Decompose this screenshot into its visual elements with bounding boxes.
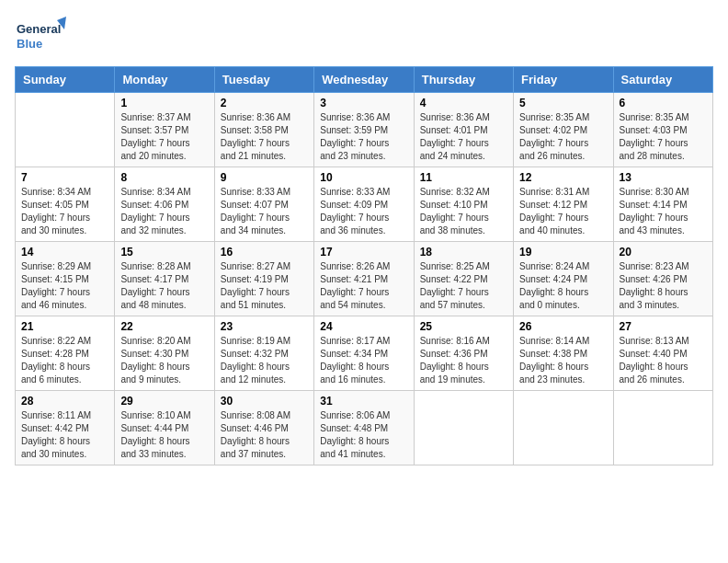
day-info: Sunrise: 8:24 AM Sunset: 4:24 PM Dayligh… xyxy=(519,260,607,312)
day-number: 20 xyxy=(620,246,707,259)
calendar-cell: 12Sunrise: 8:31 AM Sunset: 4:12 PM Dayli… xyxy=(514,167,613,242)
day-info: Sunrise: 8:35 AM Sunset: 4:03 PM Dayligh… xyxy=(620,111,707,163)
day-number: 6 xyxy=(620,97,707,109)
calendar-cell: 9Sunrise: 8:33 AM Sunset: 4:07 PM Daylig… xyxy=(214,167,313,242)
svg-text:General: General xyxy=(17,22,61,36)
day-info: Sunrise: 8:08 AM Sunset: 4:46 PM Dayligh… xyxy=(221,409,308,461)
calendar-cell: 19Sunrise: 8:24 AM Sunset: 4:24 PM Dayli… xyxy=(514,242,613,316)
day-number: 8 xyxy=(120,171,208,184)
day-info: Sunrise: 8:28 AM Sunset: 4:17 PM Dayligh… xyxy=(120,260,208,312)
calendar-cell: 25Sunrise: 8:16 AM Sunset: 4:36 PM Dayli… xyxy=(414,316,513,391)
day-number: 9 xyxy=(221,171,308,184)
day-number: 7 xyxy=(21,171,108,184)
calendar-body: 1Sunrise: 8:37 AM Sunset: 3:57 PM Daylig… xyxy=(16,93,713,465)
calendar-cell: 21Sunrise: 8:22 AM Sunset: 4:28 PM Dayli… xyxy=(16,316,115,391)
day-info: Sunrise: 8:19 AM Sunset: 4:32 PM Dayligh… xyxy=(221,335,308,386)
calendar-cell: 26Sunrise: 8:14 AM Sunset: 4:38 PM Dayli… xyxy=(514,316,613,391)
calendar-cell: 3Sunrise: 8:36 AM Sunset: 3:59 PM Daylig… xyxy=(314,93,414,167)
calendar-cell: 30Sunrise: 8:08 AM Sunset: 4:46 PM Dayli… xyxy=(214,391,313,465)
day-number: 17 xyxy=(320,246,407,259)
day-number: 5 xyxy=(519,97,607,109)
calendar-header-row: SundayMondayTuesdayWednesdayThursdayFrid… xyxy=(16,67,713,93)
day-number: 4 xyxy=(420,97,507,109)
day-number: 12 xyxy=(519,171,607,184)
day-number: 27 xyxy=(620,320,707,333)
calendar-cell: 5Sunrise: 8:35 AM Sunset: 4:02 PM Daylig… xyxy=(514,93,613,167)
day-info: Sunrise: 8:16 AM Sunset: 4:36 PM Dayligh… xyxy=(420,335,507,386)
day-header-wednesday: Wednesday xyxy=(314,67,414,93)
calendar-cell: 11Sunrise: 8:32 AM Sunset: 4:10 PM Dayli… xyxy=(414,167,513,242)
day-info: Sunrise: 8:35 AM Sunset: 4:02 PM Dayligh… xyxy=(519,111,607,163)
calendar-cell: 22Sunrise: 8:20 AM Sunset: 4:30 PM Dayli… xyxy=(115,316,214,391)
day-number: 2 xyxy=(221,97,308,109)
day-number: 22 xyxy=(120,320,208,333)
day-info: Sunrise: 8:33 AM Sunset: 4:07 PM Dayligh… xyxy=(221,186,308,237)
day-number: 3 xyxy=(320,97,407,109)
logo: General Blue xyxy=(15,15,70,55)
calendar-cell: 14Sunrise: 8:29 AM Sunset: 4:15 PM Dayli… xyxy=(16,242,115,316)
day-info: Sunrise: 8:33 AM Sunset: 4:09 PM Dayligh… xyxy=(320,186,407,237)
calendar-week-5: 28Sunrise: 8:11 AM Sunset: 4:42 PM Dayli… xyxy=(16,391,713,465)
day-info: Sunrise: 8:11 AM Sunset: 4:42 PM Dayligh… xyxy=(21,409,108,461)
calendar-week-1: 1Sunrise: 8:37 AM Sunset: 3:57 PM Daylig… xyxy=(16,93,713,167)
day-number: 13 xyxy=(620,171,707,184)
day-number: 11 xyxy=(420,171,507,184)
day-header-thursday: Thursday xyxy=(414,67,513,93)
calendar-cell: 4Sunrise: 8:36 AM Sunset: 4:01 PM Daylig… xyxy=(414,93,513,167)
calendar-cell: 18Sunrise: 8:25 AM Sunset: 4:22 PM Dayli… xyxy=(414,242,513,316)
day-info: Sunrise: 8:10 AM Sunset: 4:44 PM Dayligh… xyxy=(120,409,208,461)
day-info: Sunrise: 8:20 AM Sunset: 4:30 PM Dayligh… xyxy=(120,335,208,386)
calendar-cell: 15Sunrise: 8:28 AM Sunset: 4:17 PM Dayli… xyxy=(115,242,214,316)
calendar-cell: 6Sunrise: 8:35 AM Sunset: 4:03 PM Daylig… xyxy=(613,93,712,167)
calendar-cell: 17Sunrise: 8:26 AM Sunset: 4:21 PM Dayli… xyxy=(314,242,414,316)
calendar-table: SundayMondayTuesdayWednesdayThursdayFrid… xyxy=(15,66,713,465)
day-info: Sunrise: 8:36 AM Sunset: 3:59 PM Dayligh… xyxy=(320,111,407,163)
day-number: 19 xyxy=(519,246,607,259)
calendar-cell: 23Sunrise: 8:19 AM Sunset: 4:32 PM Dayli… xyxy=(214,316,313,391)
day-number: 30 xyxy=(221,395,308,408)
day-info: Sunrise: 8:32 AM Sunset: 4:10 PM Dayligh… xyxy=(420,186,507,237)
day-info: Sunrise: 8:36 AM Sunset: 3:58 PM Dayligh… xyxy=(221,111,308,163)
calendar-cell xyxy=(16,93,115,167)
day-number: 24 xyxy=(320,320,407,333)
calendar-cell xyxy=(414,391,513,465)
day-number: 28 xyxy=(21,395,108,408)
calendar-week-4: 21Sunrise: 8:22 AM Sunset: 4:28 PM Dayli… xyxy=(16,316,713,391)
day-info: Sunrise: 8:22 AM Sunset: 4:28 PM Dayligh… xyxy=(21,335,108,386)
day-number: 18 xyxy=(420,246,507,259)
day-info: Sunrise: 8:29 AM Sunset: 4:15 PM Dayligh… xyxy=(21,260,108,312)
day-info: Sunrise: 8:06 AM Sunset: 4:48 PM Dayligh… xyxy=(320,409,407,461)
day-number: 15 xyxy=(120,246,208,259)
calendar-cell: 20Sunrise: 8:23 AM Sunset: 4:26 PM Dayli… xyxy=(613,242,712,316)
calendar-cell: 31Sunrise: 8:06 AM Sunset: 4:48 PM Dayli… xyxy=(314,391,414,465)
day-header-monday: Monday xyxy=(115,67,214,93)
calendar-cell: 24Sunrise: 8:17 AM Sunset: 4:34 PM Dayli… xyxy=(314,316,414,391)
day-number: 14 xyxy=(21,246,108,259)
calendar-cell: 8Sunrise: 8:34 AM Sunset: 4:06 PM Daylig… xyxy=(115,167,214,242)
calendar-cell: 2Sunrise: 8:36 AM Sunset: 3:58 PM Daylig… xyxy=(214,93,313,167)
day-number: 31 xyxy=(320,395,407,408)
calendar-cell: 7Sunrise: 8:34 AM Sunset: 4:05 PM Daylig… xyxy=(16,167,115,242)
day-info: Sunrise: 8:14 AM Sunset: 4:38 PM Dayligh… xyxy=(519,335,607,386)
calendar-week-2: 7Sunrise: 8:34 AM Sunset: 4:05 PM Daylig… xyxy=(16,167,713,242)
logo-svg: General Blue xyxy=(15,15,70,55)
day-info: Sunrise: 8:34 AM Sunset: 4:06 PM Dayligh… xyxy=(120,186,208,237)
day-number: 21 xyxy=(21,320,108,333)
calendar-cell xyxy=(613,391,712,465)
calendar-cell: 28Sunrise: 8:11 AM Sunset: 4:42 PM Dayli… xyxy=(16,391,115,465)
day-info: Sunrise: 8:37 AM Sunset: 3:57 PM Dayligh… xyxy=(120,111,208,163)
day-header-friday: Friday xyxy=(514,67,613,93)
day-info: Sunrise: 8:30 AM Sunset: 4:14 PM Dayligh… xyxy=(620,186,707,237)
calendar-cell: 27Sunrise: 8:13 AM Sunset: 4:40 PM Dayli… xyxy=(613,316,712,391)
day-number: 25 xyxy=(420,320,507,333)
day-info: Sunrise: 8:23 AM Sunset: 4:26 PM Dayligh… xyxy=(620,260,707,312)
calendar-cell: 1Sunrise: 8:37 AM Sunset: 3:57 PM Daylig… xyxy=(115,93,214,167)
day-info: Sunrise: 8:25 AM Sunset: 4:22 PM Dayligh… xyxy=(420,260,507,312)
day-info: Sunrise: 8:17 AM Sunset: 4:34 PM Dayligh… xyxy=(320,335,407,386)
day-info: Sunrise: 8:26 AM Sunset: 4:21 PM Dayligh… xyxy=(320,260,407,312)
day-header-tuesday: Tuesday xyxy=(214,67,313,93)
page-header: General Blue xyxy=(15,15,713,55)
day-number: 1 xyxy=(120,97,208,109)
day-info: Sunrise: 8:34 AM Sunset: 4:05 PM Dayligh… xyxy=(21,186,108,237)
day-number: 26 xyxy=(519,320,607,333)
